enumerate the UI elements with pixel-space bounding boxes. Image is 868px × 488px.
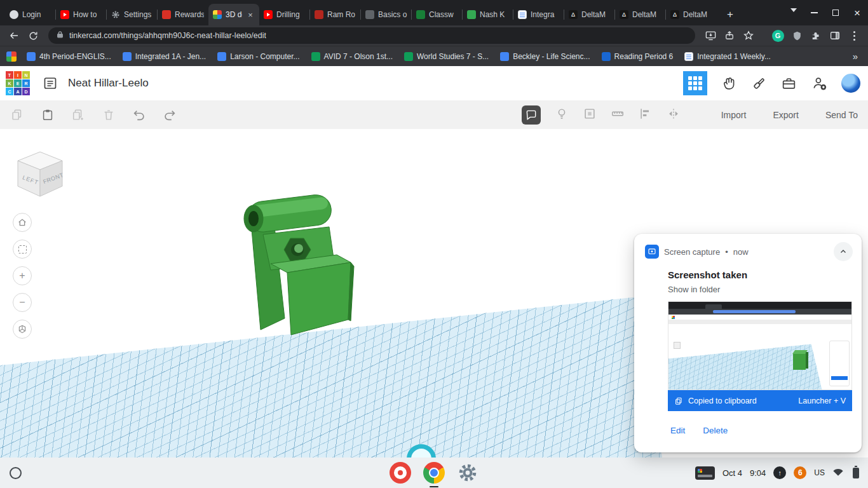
browser-tab[interactable]: DeltaM	[564, 4, 615, 25]
browser-tab[interactable]: Basics o	[361, 4, 412, 25]
undo-icon[interactable]	[132, 108, 146, 122]
bookmark-item[interactable]: Integrated 1A - Jen...	[118, 50, 211, 63]
bookmark-label: AVID 7 - Olson 1st...	[324, 52, 393, 61]
screen-capture-notification[interactable]: Screen capture • now Screenshot taken Sh…	[634, 234, 862, 452]
browser-tab-active[interactable]: 3D des	[208, 4, 259, 25]
kebab-menu-icon[interactable]	[845, 27, 863, 44]
refresh-button[interactable]	[24, 27, 42, 44]
export-button[interactable]: Export	[773, 110, 798, 120]
side-panel-icon[interactable]	[826, 27, 844, 44]
browser-tab[interactable]: Rewards	[158, 4, 208, 25]
design-menu-icon[interactable]	[43, 76, 58, 91]
tab-label: Basics o	[378, 10, 407, 19]
paste-icon[interactable]	[41, 108, 55, 122]
bookmark-item[interactable]: Integrated 1 Weekly...	[679, 50, 776, 63]
duplicate-icon[interactable]	[71, 108, 85, 122]
ruler-tool-icon[interactable]	[611, 107, 625, 123]
notification-count-badge[interactable]: 6	[794, 466, 806, 479]
tinkercad-favicon	[213, 10, 222, 19]
omnibox[interactable]: tinkercad.com/things/ahhqmh90J6c-neat-hi…	[48, 27, 695, 44]
bookmarks-overflow-chevron[interactable]: »	[849, 51, 862, 62]
status-tray[interactable]: Oct 4 9:04 6 US	[695, 466, 868, 480]
import-button[interactable]: Import	[721, 110, 747, 120]
apps-grid-button[interactable]	[683, 71, 707, 95]
input-method-indicator[interactable]: US	[814, 468, 825, 477]
mirror-tool-icon[interactable]	[667, 107, 681, 123]
extensions-puzzle-icon[interactable]	[807, 27, 825, 44]
thumb-model	[793, 353, 806, 370]
align-tool-icon[interactable]	[639, 107, 653, 123]
edit-button[interactable]: Edit	[670, 426, 685, 435]
apps-shortcut-icon[interactable]	[6, 51, 17, 62]
workplane-tool-icon[interactable]	[583, 107, 597, 123]
browser-tab[interactable]: Login	[5, 4, 56, 25]
zoom-in-button[interactable]	[13, 266, 32, 285]
show-in-folder-link[interactable]: Show in folder	[668, 285, 862, 294]
launcher-button[interactable]	[10, 467, 22, 479]
tab-label: Integra	[531, 10, 560, 19]
redo-icon[interactable]	[163, 108, 177, 122]
copy-icon[interactable]	[10, 108, 24, 122]
browser-tab[interactable]: Settings	[107, 4, 158, 25]
tab-favicon	[467, 10, 476, 19]
tray-date[interactable]: Oct 4	[722, 468, 742, 478]
collapse-notification-button[interactable]	[834, 242, 853, 261]
shield-icon[interactable]	[788, 27, 806, 44]
settings-gear-icon[interactable]	[457, 462, 478, 484]
bookmark-favicon	[602, 52, 611, 61]
notes-tool-active[interactable]	[522, 105, 541, 125]
view-cube[interactable]: LEFT FRONT	[13, 146, 67, 200]
grammarly-icon[interactable]	[769, 27, 787, 44]
logo-tile: K	[6, 79, 13, 87]
tab-close-icon[interactable]	[246, 10, 255, 19]
browser-tab[interactable]: How to	[56, 4, 107, 25]
tab-search-chevron-icon[interactable]	[790, 8, 797, 12]
browser-tab[interactable]: Nash K	[463, 4, 513, 25]
screen-preview-icon[interactable]	[695, 466, 715, 480]
send-to-button[interactable]: Send To	[825, 110, 858, 120]
bookmark-item[interactable]: AVID 7 - Olson 1st...	[306, 50, 398, 63]
browser-tab[interactable]: Classw	[412, 4, 463, 25]
browser-tab[interactable]: Drilling	[259, 4, 310, 25]
thumb-tabstrip	[668, 302, 851, 309]
share-icon[interactable]	[721, 27, 738, 44]
tray-time[interactable]: 9:04	[750, 468, 766, 478]
fit-view-button[interactable]	[13, 240, 32, 259]
screenshot-thumbnail[interactable]	[668, 301, 852, 390]
tinkercad-logo[interactable]: TINKERCAD	[6, 71, 30, 95]
back-button[interactable]	[5, 27, 23, 44]
chrome-app-icon[interactable]	[423, 462, 445, 484]
avatar[interactable]	[841, 74, 860, 93]
bookmark-item[interactable]: Beckley - Life Scienc...	[495, 50, 595, 63]
tab-strip: Login How to Settings Rewards 3D des Dri…	[0, 0, 868, 25]
bookmark-item[interactable]: 4th Period-ENGLIS...	[22, 50, 116, 63]
bookmark-item[interactable]: World Studies 7 - S...	[399, 50, 494, 63]
browser-tab[interactable]: DeltaM	[615, 4, 666, 25]
screen-capture-icon	[645, 245, 659, 259]
toolbox-icon[interactable]	[751, 76, 767, 92]
delete-button[interactable]: Delete	[703, 426, 728, 435]
logo-tile: R	[22, 79, 30, 87]
new-tab-button[interactable]: +	[722, 6, 738, 23]
maximize-button[interactable]	[825, 0, 846, 25]
invite-person-icon[interactable]	[811, 75, 827, 92]
install-icon[interactable]	[702, 27, 719, 44]
app-icon-red[interactable]	[390, 462, 411, 484]
bookmark-item[interactable]: Larson - Computer...	[212, 50, 304, 63]
briefcase-icon[interactable]	[781, 76, 797, 92]
bookmark-star-icon[interactable]	[740, 27, 757, 44]
browser-tab[interactable]: Ram Ro	[310, 4, 361, 25]
home-view-button[interactable]	[13, 213, 32, 232]
bookmark-item[interactable]: Reading Period 6	[597, 50, 679, 63]
zoom-out-button[interactable]	[13, 293, 32, 312]
close-window-button[interactable]	[846, 0, 868, 25]
tinker-glove-icon[interactable]	[721, 76, 737, 92]
browser-tab[interactable]: Integra	[513, 4, 564, 25]
browser-tab[interactable]: DeltaM	[666, 4, 717, 25]
minimize-button[interactable]	[803, 0, 825, 25]
lock-icon	[56, 30, 64, 41]
delete-icon[interactable]	[102, 108, 116, 122]
lightbulb-icon[interactable]	[555, 107, 569, 123]
arrow-circle-icon[interactable]	[773, 466, 786, 479]
perspective-toggle-button[interactable]	[13, 320, 32, 339]
